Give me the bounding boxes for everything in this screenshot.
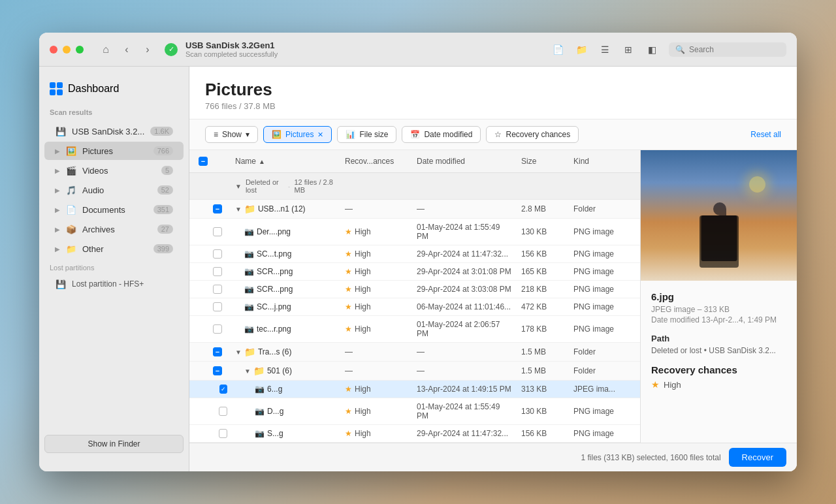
close-button[interactable] — [50, 46, 57, 54]
filter-bar: ≡ Show ▾ 🖼️ Pictures ✕ 📊 File size 📅 Dat… — [189, 119, 797, 150]
table-row[interactable]: 📷 SCR...png ★High 29-Apr-2024 at 3:01:08… — [189, 263, 640, 281]
star-icon: ★ — [345, 285, 352, 294]
sidebar-item-other[interactable]: ▶ 📁 Other 399 — [44, 240, 184, 258]
table-row[interactable]: 📷 SC...t.png ★High 29-Apr-2024 at 11:47:… — [189, 245, 640, 263]
sidebar-item-archives[interactable]: ▶ 📦 Archives 27 — [44, 220, 184, 238]
folder-chevron-icon[interactable]: ▼ — [235, 349, 242, 356]
group-chevron-icon[interactable]: ▼ — [235, 183, 242, 190]
sidebar-item-usb[interactable]: 💾 USB SanDisk 3.2... 1.6K — [44, 122, 184, 140]
header-kind[interactable]: Kind — [570, 154, 635, 168]
recovery-value: High — [355, 407, 371, 416]
table-row[interactable]: 📷 Der....png ★High 01-May-2024 at 1:55:4… — [189, 219, 640, 245]
size-value: 1.5 MB — [521, 347, 546, 356]
table-row[interactable]: 📷 S...g ★High 29-Apr-2024 at 11:47:32...… — [189, 425, 640, 443]
folder-chevron-icon[interactable]: ▼ — [235, 206, 242, 213]
home-button[interactable]: ⌂ — [97, 40, 115, 59]
forward-button[interactable]: › — [138, 40, 157, 59]
folder-chevron-icon[interactable]: ▼ — [244, 368, 251, 375]
row-checkbox[interactable] — [213, 285, 222, 294]
content-header: Pictures 766 files / 37.8 MB — [189, 67, 797, 119]
search-box[interactable]: 🔍 — [669, 42, 786, 57]
back-button[interactable]: ‹ — [118, 40, 136, 59]
row-checkbox[interactable] — [213, 347, 222, 356]
view-panel-icon[interactable]: ◧ — [643, 40, 661, 59]
sidebar-pictures-label: Pictures — [82, 146, 148, 156]
row-checkbox[interactable] — [219, 385, 227, 394]
pictures-filter-icon: 🖼️ — [272, 130, 281, 139]
table-row[interactable]: 📷 D...g ★High 01-May-2024 at 1:55:49 PM … — [189, 398, 640, 425]
minimize-button[interactable] — [63, 46, 71, 54]
pictures-icon: 🖼️ — [65, 145, 77, 157]
documents-icon: 📄 — [65, 204, 77, 215]
header-date[interactable]: Date modified — [413, 154, 517, 168]
recover-button[interactable]: Recover — [729, 448, 786, 467]
view-grid-icon[interactable]: ⊞ — [619, 40, 637, 59]
row-checkbox[interactable] — [213, 204, 222, 213]
select-all-checkbox[interactable] — [199, 157, 208, 166]
kind-value: JPEG ima... — [573, 385, 615, 394]
row-checkbox[interactable] — [219, 407, 227, 416]
fullscreen-button[interactable] — [76, 46, 84, 54]
file-name: Der....png — [257, 227, 291, 236]
table-row[interactable]: ▼ 📁 USB...n1 (12) — — 2.8 MB Folder — [189, 200, 640, 219]
table-row[interactable]: 📷 tec...r.png ★High 01-May-2024 at 2:06:… — [189, 316, 640, 343]
reset-all-button[interactable]: Reset all — [750, 130, 781, 139]
kind-value: Folder — [573, 347, 596, 356]
table-row[interactable]: 📷 SCR...png ★High 29-Apr-2024 at 3:03:08… — [189, 281, 640, 298]
row-checkbox[interactable] — [219, 429, 227, 438]
archives-icon: 📦 — [65, 223, 77, 235]
table-row[interactable]: ▼ 📁 501 (6) — — 1.5 MB Folder — [189, 362, 640, 381]
show-filter-button[interactable]: ≡ Show ▾ — [205, 126, 258, 143]
group-separator: - — [288, 182, 291, 190]
page-subtitle: 766 files / 37.8 MB — [205, 101, 781, 111]
videos-icon: 🎬 — [65, 165, 77, 176]
path-section: Path Deleted or lost • USB SanDisk 3.2..… — [651, 334, 786, 355]
file-size-icon: 📊 — [346, 130, 355, 139]
recovery-chances-filter-button[interactable]: ☆ Recovery chances — [486, 126, 579, 143]
dashboard-item[interactable]: Dashboard — [39, 77, 189, 101]
row-checkbox[interactable] — [213, 324, 222, 334]
sidebar-videos-count: 5 — [161, 166, 173, 175]
folder-icon: 📁 — [244, 347, 255, 357]
date-modified-filter-button[interactable]: 📅 Date modified — [402, 126, 481, 143]
header-recovery[interactable]: Recov...ances — [341, 154, 413, 168]
table-row[interactable]: 📷 6...g ★High 13-Apr-2024 at 1:49:15 PM … — [189, 381, 640, 398]
file-size-filter-button[interactable]: 📊 File size — [337, 126, 396, 143]
pictures-filter-button[interactable]: 🖼️ Pictures ✕ — [263, 126, 332, 143]
title-info: USB SanDisk 3.2Gen1 Scan completed succe… — [185, 40, 541, 58]
table-row[interactable]: 📷 SC...j.png ★High 06-May-2024 at 11:01:… — [189, 298, 640, 316]
date-value: 01-May-2024 at 2:06:57 PM — [417, 320, 513, 338]
recovery-value: High — [355, 285, 371, 294]
row-checkbox[interactable] — [213, 366, 222, 375]
sidebar-partition-item[interactable]: 💾 Lost partition - HFS+ — [44, 275, 184, 293]
header-name[interactable]: Name ▲ — [231, 154, 341, 168]
star-icon: ★ — [345, 302, 352, 311]
view-list-icon[interactable]: ☰ — [596, 40, 614, 59]
row-checkbox[interactable] — [213, 227, 222, 236]
sidebar-item-videos[interactable]: ▶ 🎬 Videos 5 — [44, 161, 184, 180]
search-input[interactable] — [689, 45, 780, 54]
size-value: 130 KB — [521, 227, 547, 236]
chevron-icon: ▶ — [55, 167, 60, 174]
view-folder-icon[interactable]: 📁 — [572, 40, 590, 59]
file-name: 501 (6) — [267, 366, 292, 375]
other-icon: 📁 — [65, 243, 77, 255]
table-header: Name ▲ Recov...ances Date modified Size … — [189, 150, 640, 173]
close-filter-icon[interactable]: ✕ — [317, 131, 323, 139]
show-in-finder-button[interactable]: Show in Finder — [44, 435, 184, 453]
sort-arrow-icon: ▲ — [259, 158, 265, 165]
png-icon: 📷 — [244, 285, 254, 294]
sidebar-item-audio[interactable]: ▶ 🎵 Audio 52 — [44, 181, 184, 199]
view-file-icon[interactable]: 📄 — [549, 40, 567, 59]
row-checkbox[interactable] — [213, 302, 222, 311]
sidebar-item-pictures[interactable]: ▶ 🖼️ Pictures 766 — [44, 142, 184, 160]
sidebar-item-documents[interactable]: ▶ 📄 Documents 351 — [44, 200, 184, 219]
group-row-deleted: ▼ Deleted or lost - 12 files / 2.8 MB — [189, 173, 640, 200]
preview-date-modified: Date modified 13-Apr-2...4, 1:49 PM — [651, 315, 786, 324]
row-checkbox[interactable] — [213, 249, 222, 259]
header-checkbox — [195, 154, 231, 168]
row-checkbox[interactable] — [213, 267, 222, 276]
png-icon: 📷 — [244, 227, 254, 236]
header-size[interactable]: Size — [517, 154, 570, 168]
table-row[interactable]: ▼ 📁 Tra...s (6) — — 1.5 MB Folder — [189, 343, 640, 362]
